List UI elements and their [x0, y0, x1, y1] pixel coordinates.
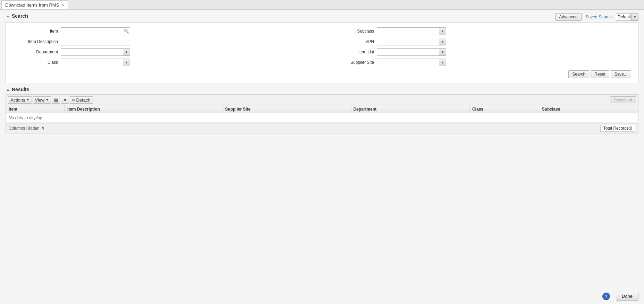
columns-hidden-label: Columns Hidden	[9, 126, 40, 131]
results-section: ▲ Results Actions ▼ View ▼ ▦ ▼ ⧉ Detach	[6, 87, 638, 133]
col-item: Item	[6, 105, 65, 113]
help-icon[interactable]: ?	[602, 293, 610, 300]
saved-search-dropdown[interactable]: Default	[616, 14, 631, 20]
detach-icon: ⧉	[72, 98, 75, 102]
results-table-container: Item Item Description Supplier Site Depa…	[6, 105, 638, 123]
main-content: Advanced Saved Search Default ▼ ▲ Search…	[0, 10, 644, 304]
detach-label: Detach	[76, 97, 90, 103]
search-button[interactable]: Search	[568, 70, 589, 78]
vpn-select[interactable]	[377, 38, 439, 45]
form-row-class: Class ▼	[13, 59, 315, 66]
search-section-title: Search	[12, 13, 28, 19]
filter-icon: ▼	[63, 97, 67, 103]
form-row-item: Item 🔍	[13, 27, 315, 35]
tab-close-icon[interactable]: ✕	[61, 3, 64, 7]
done-button[interactable]: Done	[616, 292, 638, 301]
item-search-icon[interactable]: 🔍	[124, 29, 129, 34]
save-button[interactable]: Save...	[611, 70, 631, 78]
class-arrow[interactable]: ▼	[123, 59, 130, 66]
department-select[interactable]	[61, 49, 123, 55]
results-section-header: ▲ Results	[6, 87, 638, 92]
item-list-select[interactable]	[377, 49, 439, 55]
form-row-department: Department ▼	[13, 48, 315, 56]
table-header: Item Item Description Supplier Site Depa…	[6, 105, 638, 113]
form-left-col: Item 🔍 Item Description Department	[13, 27, 315, 66]
supplier-site-select-wrapper[interactable]: ▼	[377, 59, 446, 66]
form-row-supplier-site: Supplier Site ▼	[329, 59, 631, 66]
columns-hidden-value: 4	[42, 126, 44, 131]
search-section-header: ▲ Search	[6, 13, 638, 19]
subclass-arrow[interactable]: ▼	[439, 28, 446, 35]
form-row-vpn: VPN ▼	[329, 38, 631, 45]
item-input-wrapper: 🔍	[61, 27, 130, 35]
form-right-col: Subclass ▼ VPN ▼ Item List	[329, 27, 631, 66]
item-description-label: Item Description	[13, 39, 58, 44]
results-table: Item Item Description Supplier Site Depa…	[6, 105, 638, 123]
subclass-select[interactable]	[377, 28, 439, 35]
item-label: Item	[13, 29, 58, 34]
saved-search-select[interactable]: Default ▼	[616, 13, 638, 21]
supplier-site-label: Supplier Site	[329, 60, 374, 65]
item-list-arrow[interactable]: ▼	[439, 49, 446, 55]
results-collapse-icon[interactable]: ▲	[6, 87, 10, 92]
form-row-item-description: Item Description	[13, 38, 315, 45]
view-button[interactable]: View ▼	[33, 96, 51, 104]
item-input[interactable]	[61, 27, 130, 35]
class-label: Class	[13, 60, 58, 65]
table-body: No data to display.	[6, 113, 638, 123]
form-row-subclass: Subclass ▼	[329, 27, 631, 35]
search-action-buttons: Search Reset Save...	[13, 70, 631, 78]
department-select-wrapper[interactable]: ▼	[61, 48, 130, 56]
results-footer: Columns Hidden 4 Total Records:0	[6, 123, 638, 133]
col-subclass: Subclass	[539, 105, 638, 113]
actions-button[interactable]: Actions ▼	[8, 96, 32, 104]
search-form: Item 🔍 Item Description Department	[6, 22, 638, 83]
tab-bar: Download Items from RMS ✕	[0, 0, 644, 10]
vpn-arrow[interactable]: ▼	[439, 38, 446, 45]
no-data-message: No data to display.	[6, 113, 638, 123]
class-select-wrapper[interactable]: ▼	[61, 59, 130, 66]
form-grid: Item 🔍 Item Description Department	[13, 27, 631, 66]
actions-arrow-icon: ▼	[26, 98, 29, 102]
search-collapse-icon[interactable]: ▲	[6, 14, 10, 18]
total-records-badge: Total Records:0	[600, 125, 635, 132]
footer-separator	[613, 292, 613, 301]
columns-icon-button[interactable]: ▦	[52, 96, 60, 104]
detach-button[interactable]: ⧉ Detach	[70, 96, 93, 104]
department-label: Department	[13, 50, 58, 54]
department-arrow[interactable]: ▼	[123, 49, 130, 55]
search-toolbar: Advanced Saved Search Default ▼	[555, 13, 638, 21]
class-select[interactable]	[61, 59, 123, 66]
vpn-label: VPN	[329, 39, 374, 44]
col-department: Department	[350, 105, 469, 113]
subclass-label: Subclass	[329, 29, 374, 34]
col-class: Class	[469, 105, 539, 113]
tab-download-items[interactable]: Download Items from RMS ✕	[1, 0, 68, 9]
supplier-site-select[interactable]	[377, 59, 439, 66]
saved-search-arrow[interactable]: ▼	[631, 14, 638, 20]
view-arrow-icon: ▼	[46, 98, 49, 102]
table-header-row: Item Item Description Supplier Site Depa…	[6, 105, 638, 113]
page-footer: ? Done	[602, 292, 638, 301]
results-toolbar: Actions ▼ View ▼ ▦ ▼ ⧉ Detach Download	[6, 94, 638, 105]
no-data-row: No data to display.	[6, 113, 638, 123]
item-description-input[interactable]	[61, 38, 130, 45]
reset-button[interactable]: Reset	[591, 70, 609, 78]
filter-icon-button[interactable]: ▼	[61, 96, 69, 104]
columns-icon: ▦	[54, 97, 58, 103]
col-supplier-site: Supplier Site	[222, 105, 350, 113]
advanced-button[interactable]: Advanced	[555, 13, 581, 21]
download-button[interactable]: Download	[610, 96, 636, 103]
subclass-select-wrapper[interactable]: ▼	[377, 27, 446, 35]
actions-label: Actions	[10, 97, 25, 103]
results-section-title: Results	[12, 87, 29, 92]
tab-label: Download Items from RMS	[5, 2, 59, 8]
view-label: View	[35, 97, 45, 103]
form-row-item-list: Item List ▼	[329, 48, 631, 56]
vpn-select-wrapper[interactable]: ▼	[377, 38, 446, 45]
supplier-site-arrow[interactable]: ▼	[439, 59, 446, 66]
item-list-label: Item List	[329, 50, 374, 54]
item-list-select-wrapper[interactable]: ▼	[377, 48, 446, 56]
col-item-description: Item Description	[65, 105, 222, 113]
saved-search-button[interactable]: Saved Search	[584, 14, 614, 20]
